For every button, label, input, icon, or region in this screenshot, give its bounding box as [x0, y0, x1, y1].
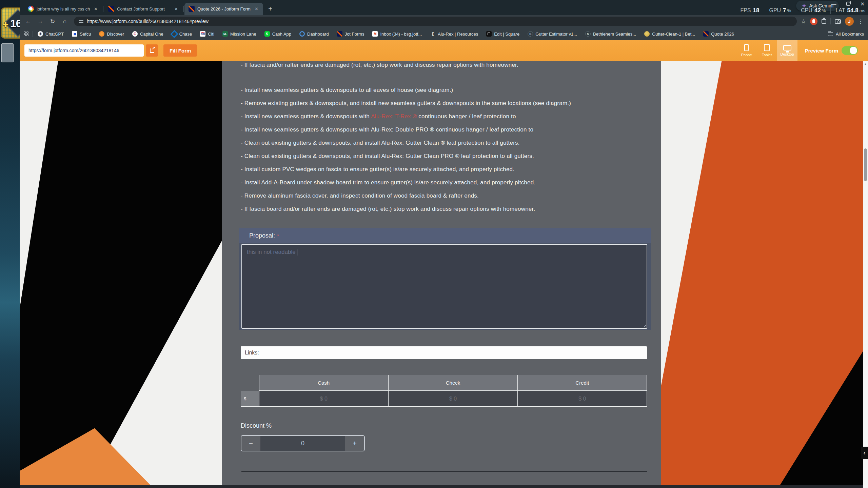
preview-form-toggle[interactable]: [842, 46, 858, 55]
form-background-left: [20, 61, 222, 488]
page-scrollbar[interactable]: ▲: [863, 61, 868, 488]
discount-value-input[interactable]: 0: [260, 436, 345, 451]
bookmark-gutter-clean[interactable]: Gutter-Clean-1 | Bet...: [641, 30, 698, 38]
bookmark-citi[interactable]: citiCiti: [197, 30, 218, 38]
form-url-input[interactable]: https://form.jotform.com/260138034218146: [24, 44, 144, 57]
discount-increase-button[interactable]: +: [345, 436, 364, 451]
cash-amount-input[interactable]: $ 0: [259, 391, 388, 407]
bookmark-gutter-estimator[interactable]: SGutter Estimator v1...: [524, 30, 580, 38]
bookmark-gmail-inbox[interactable]: Inbox (34) - bsg.jotf...: [369, 30, 425, 38]
preview-form-label: Preview Form: [805, 48, 838, 54]
bullet-line: - If fascia board and/or rafter ends are…: [241, 202, 648, 216]
proposal-textarea[interactable]: this in not readable: [241, 244, 647, 329]
bullet-line: - Install new seamless gutters & downspo…: [241, 83, 648, 97]
window-controls: — ✕: [831, 1, 865, 6]
address-url[interactable]: https://www.jotform.com/build/2601380342…: [87, 19, 209, 24]
hud-separator: [830, 7, 831, 14]
forward-icon[interactable]: →: [35, 16, 45, 26]
bookmarks-separator: [33, 31, 33, 37]
device-tablet-button[interactable]: Tablet: [757, 40, 777, 61]
bullet-line: - Install Add-A-Board under shadow-board…: [241, 176, 648, 189]
desktop-game-icon[interactable]: 16 ✚: [1, 7, 20, 39]
browser-window: jotform why is all my css changi ✕ Conta…: [20, 0, 868, 488]
address-bar[interactable]: https://www.jotform.com/build/2601380342…: [74, 17, 797, 26]
bookmark-chase[interactable]: Chase: [168, 30, 196, 38]
cpu-value: 42: [814, 7, 821, 14]
bookmark-discover[interactable]: Discover: [96, 30, 127, 38]
section-divider: [241, 471, 647, 472]
cpu-unit: %: [822, 8, 826, 13]
menu-kebab-icon[interactable]: ⋮: [858, 18, 863, 25]
phone-icon: [744, 44, 749, 51]
discount-decrease-button[interactable]: −: [241, 436, 260, 451]
close-tab-icon[interactable]: ✕: [173, 6, 179, 12]
alu-rex-icon: ⟪: [430, 31, 435, 37]
apps-grid-icon[interactable]: [24, 32, 28, 36]
bookmark-mission-lane[interactable]: MLMission Lane: [219, 30, 260, 38]
device-desktop-button[interactable]: Desktop: [777, 40, 797, 61]
toolbar-right-cluster: ☆ J ⋮: [801, 17, 865, 26]
adblock-extension-icon[interactable]: [810, 18, 817, 25]
scrollbar-thumb[interactable]: [864, 148, 867, 181]
bookmarks-separator: [825, 31, 825, 37]
form-background-right: [661, 61, 863, 488]
tab-quote-2026-active[interactable]: Quote 2026 - Jotform Form Bui ✕: [184, 3, 263, 15]
bookmark-edit-square[interactable]: Edit | Square: [483, 30, 523, 38]
bookmark-bethlehem-seamless[interactable]: SBethlehem Seamles...: [582, 30, 639, 38]
minimize-button[interactable]: —: [831, 1, 836, 6]
close-tab-icon[interactable]: ✕: [253, 6, 260, 12]
close-window-button[interactable]: ✕: [860, 1, 865, 6]
globe-icon: S: [528, 31, 533, 37]
bookmark-dashboard[interactable]: Dashboard: [296, 30, 332, 38]
close-tab-icon[interactable]: ✕: [93, 6, 99, 12]
text-caret: [297, 249, 297, 256]
site-settings-icon[interactable]: [79, 20, 83, 23]
bookmark-jot-forms[interactable]: Jot Forms: [334, 30, 368, 38]
home-icon[interactable]: ⌂: [60, 16, 70, 26]
tabs: jotform why is all my css changi ✕ Conta…: [24, 3, 275, 15]
browser-toolbar: ← → ↻ ⌂ https://www.jotform.com/build/26…: [20, 15, 868, 28]
required-asterisk: *: [277, 233, 279, 239]
bookmark-sefcu[interactable]: ▮▮Sefcu: [68, 30, 94, 38]
performance-hud: FPS18 GPU7% CPU42% LAT54.8ms: [740, 7, 865, 14]
folder-icon: [828, 32, 833, 36]
column-header-check: Check: [388, 375, 517, 391]
citi-icon: citi: [200, 31, 205, 37]
bookmark-chatgpt[interactable]: ChatGPT: [34, 30, 67, 38]
all-bookmarks-button[interactable]: All Bookmarks: [825, 31, 864, 37]
bookmark-cash-app[interactable]: $Cash App: [261, 30, 295, 38]
restore-button[interactable]: [846, 2, 850, 6]
new-tab-button[interactable]: +: [265, 4, 275, 14]
tab-contact-support[interactable]: Contact Jotform Support ✕: [104, 3, 183, 15]
back-icon[interactable]: ←: [23, 16, 33, 26]
check-amount-input[interactable]: $ 0: [388, 391, 517, 407]
tab-css-search[interactable]: jotform why is all my css changi ✕: [24, 3, 102, 15]
links-input[interactable]: Links:: [241, 346, 647, 359]
tablet-icon: [764, 44, 770, 51]
open-form-external-button[interactable]: [146, 44, 158, 57]
capital-one-icon: C: [132, 31, 138, 37]
tab-title: jotform why is all my css changi: [37, 6, 90, 12]
bullet-line: - Remove existing gutters & downspouts, …: [241, 97, 648, 110]
tab-search-icon[interactable]: [835, 19, 841, 24]
bookmark-star-icon[interactable]: ☆: [801, 18, 806, 25]
tab-separator: [103, 6, 103, 12]
proposal-label: Proposal:: [249, 232, 275, 239]
bookmark-capital-one[interactable]: CCapital One: [129, 30, 167, 38]
bookmark-quote-2026[interactable]: Quote 2026: [700, 30, 737, 38]
extensions-puzzle-icon[interactable]: [822, 19, 826, 24]
scroll-up-arrow-icon[interactable]: ▲: [863, 62, 868, 66]
bullet-line: - Install custom PVC wedges on fascia to…: [241, 163, 648, 176]
gpu-unit: %: [787, 8, 791, 13]
fill-form-button[interactable]: Fill Form: [163, 44, 197, 57]
jotform-icon: [703, 31, 709, 37]
reload-icon[interactable]: ↻: [47, 16, 58, 26]
credit-amount-input[interactable]: $ 0: [518, 391, 647, 407]
resize-handle[interactable]: [643, 324, 646, 327]
collapse-panel-arrow[interactable]: ‹: [861, 447, 868, 459]
column-header-cash: Cash: [259, 375, 388, 391]
profile-avatar[interactable]: J: [845, 17, 854, 26]
fps-label: FPS: [740, 7, 751, 13]
device-phone-button[interactable]: Phone: [736, 40, 757, 61]
bookmark-alu-rex[interactable]: ⟪Alu-Rex | Resources: [427, 30, 481, 38]
